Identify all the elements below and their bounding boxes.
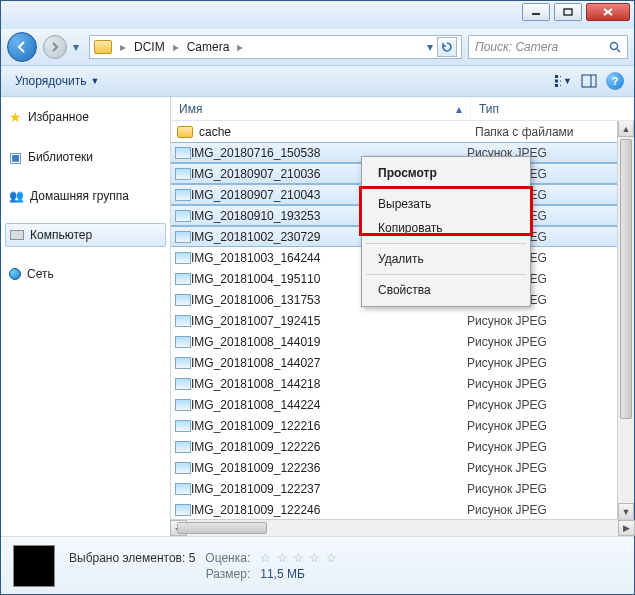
image-file-icon bbox=[175, 483, 191, 495]
chevron-down-icon: ▼ bbox=[563, 76, 572, 86]
view-list-icon bbox=[554, 74, 561, 88]
search-input[interactable]: Поиск: Camera bbox=[468, 35, 628, 59]
file-row[interactable]: IMG_20181007_192415Рисунок JPEG bbox=[171, 310, 634, 331]
ctx-view[interactable]: Просмотр bbox=[364, 161, 528, 185]
file-row[interactable]: IMG_20181008_144218Рисунок JPEG bbox=[171, 373, 634, 394]
context-menu: Просмотр Вырезать Копировать Удалить Сво… bbox=[361, 156, 531, 307]
file-name: IMG_20181008_144218 bbox=[191, 377, 467, 391]
maximize-icon bbox=[563, 8, 573, 16]
image-file-icon bbox=[175, 189, 191, 201]
file-row[interactable]: IMG_20181009_122216Рисунок JPEG bbox=[171, 415, 634, 436]
file-row[interactable]: IMG_20181008_144224Рисунок JPEG bbox=[171, 394, 634, 415]
image-file-icon bbox=[175, 504, 191, 516]
file-row[interactable]: IMG_20181009_122236Рисунок JPEG bbox=[171, 457, 634, 478]
breadcrumb-item[interactable]: Camera bbox=[183, 40, 234, 54]
minimize-button[interactable] bbox=[522, 3, 550, 21]
sidebar-item-favorites[interactable]: ★Избранное bbox=[5, 105, 166, 129]
column-header-type[interactable]: Тип bbox=[471, 97, 634, 120]
scroll-up-button[interactable]: ▲ bbox=[618, 121, 634, 137]
chevron-down-icon: ▼ bbox=[90, 76, 99, 86]
sidebar-item-homegroup[interactable]: 👥Домашняя группа bbox=[5, 185, 166, 207]
svg-point-4 bbox=[611, 43, 618, 50]
sidebar-item-libraries[interactable]: ▣Библиотеки bbox=[5, 145, 166, 169]
library-icon: ▣ bbox=[9, 149, 22, 165]
arrow-left-icon bbox=[15, 40, 29, 54]
organize-button[interactable]: Упорядочить ▼ bbox=[11, 72, 103, 90]
ctx-delete[interactable]: Удалить bbox=[364, 247, 528, 271]
file-name: IMG_20181008_144019 bbox=[191, 335, 467, 349]
folder-icon bbox=[177, 126, 193, 138]
column-label: Имя bbox=[179, 102, 202, 116]
menu-separator bbox=[366, 188, 526, 189]
file-name: cache bbox=[199, 125, 475, 139]
svg-rect-1 bbox=[564, 9, 572, 15]
refresh-button[interactable] bbox=[437, 37, 457, 57]
address-dropdown[interactable]: ▾ bbox=[427, 40, 433, 54]
horizontal-scrollbar[interactable]: ◀ ▶ bbox=[171, 519, 634, 536]
scroll-down-button[interactable]: ▼ bbox=[618, 503, 634, 519]
sidebar-item-label: Избранное bbox=[28, 110, 89, 124]
chevron-right-icon: ▸ bbox=[118, 40, 128, 54]
homegroup-icon: 👥 bbox=[9, 189, 24, 203]
file-name: IMG_20181008_144027 bbox=[191, 356, 467, 370]
file-name: IMG_20181009_122226 bbox=[191, 440, 467, 454]
image-file-icon bbox=[175, 252, 191, 264]
refresh-icon bbox=[441, 41, 453, 53]
image-file-icon bbox=[175, 378, 191, 390]
view-options-button[interactable]: ▼ bbox=[554, 72, 572, 90]
file-type: Рисунок JPEG bbox=[467, 503, 547, 517]
image-file-icon bbox=[175, 294, 191, 306]
file-name: IMG_20181009_122236 bbox=[191, 461, 467, 475]
toolbar: Упорядочить ▼ ▼ ? bbox=[1, 65, 634, 97]
ctx-copy[interactable]: Копировать bbox=[364, 216, 528, 240]
file-row[interactable]: IMG_20181008_144019Рисунок JPEG bbox=[171, 331, 634, 352]
size-label: Размер: bbox=[205, 567, 250, 581]
titlebar bbox=[1, 1, 634, 29]
sidebar-item-label: Компьютер bbox=[30, 228, 92, 242]
file-type: Рисунок JPEG bbox=[467, 356, 547, 370]
vertical-scrollbar[interactable]: ▲ ▼ bbox=[617, 121, 634, 519]
file-row[interactable]: IMG_20181009_122237Рисунок JPEG bbox=[171, 478, 634, 499]
scroll-thumb[interactable] bbox=[620, 139, 632, 419]
preview-pane-button[interactable] bbox=[580, 72, 598, 90]
nav-back-button[interactable] bbox=[7, 32, 37, 62]
help-button[interactable]: ? bbox=[606, 72, 624, 90]
scroll-thumb[interactable] bbox=[177, 522, 267, 534]
file-row[interactable]: IMG_20181008_144027Рисунок JPEG bbox=[171, 352, 634, 373]
maximize-button[interactable] bbox=[554, 3, 582, 21]
svg-rect-6 bbox=[555, 75, 558, 78]
sidebar-item-network[interactable]: Сеть bbox=[5, 263, 166, 285]
computer-icon bbox=[10, 230, 24, 240]
address-bar[interactable]: ▸ DCIM ▸ Camera ▸ ▾ bbox=[89, 35, 462, 59]
chevron-right-icon: ▸ bbox=[235, 40, 245, 54]
close-button[interactable] bbox=[586, 3, 630, 21]
file-row[interactable]: IMG_20181009_122246Рисунок JPEG bbox=[171, 499, 634, 519]
preview-pane-icon bbox=[581, 74, 597, 88]
ctx-properties[interactable]: Свойства bbox=[364, 278, 528, 302]
column-header-name[interactable]: Имя▴ bbox=[171, 97, 471, 120]
selection-count-label: Выбрано элементов: 5 bbox=[69, 551, 195, 565]
file-type: Рисунок JPEG bbox=[467, 377, 547, 391]
search-placeholder: Поиск: Camera bbox=[475, 40, 558, 54]
folder-icon bbox=[94, 40, 112, 54]
scroll-right-button[interactable]: ▶ bbox=[618, 520, 635, 536]
nav-forward-button[interactable] bbox=[43, 35, 67, 59]
rating-stars[interactable]: ☆ ☆ ☆ ☆ ☆ bbox=[260, 551, 337, 565]
file-row[interactable]: IMG_20181009_122226Рисунок JPEG bbox=[171, 436, 634, 457]
file-type: Рисунок JPEG bbox=[467, 482, 547, 496]
image-file-icon bbox=[175, 441, 191, 453]
chevron-right-icon: ▸ bbox=[171, 40, 181, 54]
menu-separator bbox=[366, 274, 526, 275]
sort-indicator-icon: ▴ bbox=[456, 102, 462, 116]
ctx-cut[interactable]: Вырезать bbox=[364, 192, 528, 216]
content-body: ★Избранное ▣Библиотеки 👥Домашняя группа … bbox=[1, 97, 634, 536]
sidebar-item-computer[interactable]: Компьютер bbox=[5, 223, 166, 247]
file-name: IMG_20181009_122246 bbox=[191, 503, 467, 517]
nav-history-dropdown[interactable]: ▾ bbox=[73, 40, 83, 54]
image-file-icon bbox=[175, 420, 191, 432]
file-row[interactable]: cacheПапка с файлами bbox=[171, 121, 634, 142]
size-value: 11,5 МБ bbox=[260, 567, 337, 581]
breadcrumb-item[interactable]: DCIM bbox=[130, 40, 169, 54]
image-file-icon bbox=[175, 231, 191, 243]
image-file-icon bbox=[175, 147, 191, 159]
